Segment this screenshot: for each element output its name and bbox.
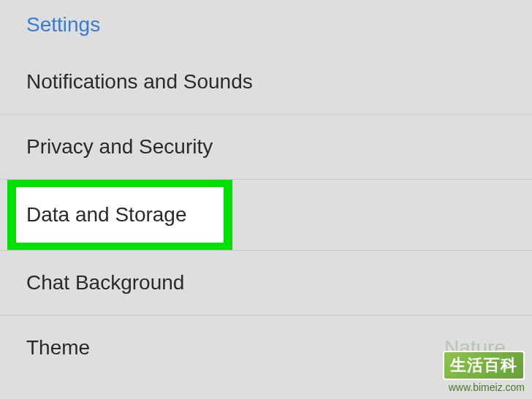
watermark-url: www.bimeiz.com [449, 381, 525, 393]
menu-item-label: Theme [26, 336, 90, 359]
settings-menu-list: Notifications and Sounds Privacy and Sec… [0, 50, 532, 380]
menu-item-privacy[interactable]: Privacy and Security [0, 114, 532, 179]
menu-item-label: Data and Storage [26, 203, 187, 227]
menu-item-data-storage-wrapper: Data and Storage [0, 179, 532, 250]
menu-item-label: Notifications and Sounds [26, 70, 253, 93]
highlight-inner-box: Data and Storage [16, 187, 224, 243]
menu-item-label: Chat Background [26, 271, 184, 294]
watermark: 生活百科 www.bimeiz.com [443, 351, 525, 393]
menu-item-chat-background[interactable]: Chat Background [0, 250, 532, 315]
menu-item-label: Privacy and Security [26, 135, 213, 158]
settings-section-header: Settings [0, 0, 532, 50]
watermark-badge: 生活百科 [443, 351, 525, 380]
menu-item-notifications[interactable]: Notifications and Sounds [0, 50, 532, 114]
section-title: Settings [26, 13, 100, 36]
